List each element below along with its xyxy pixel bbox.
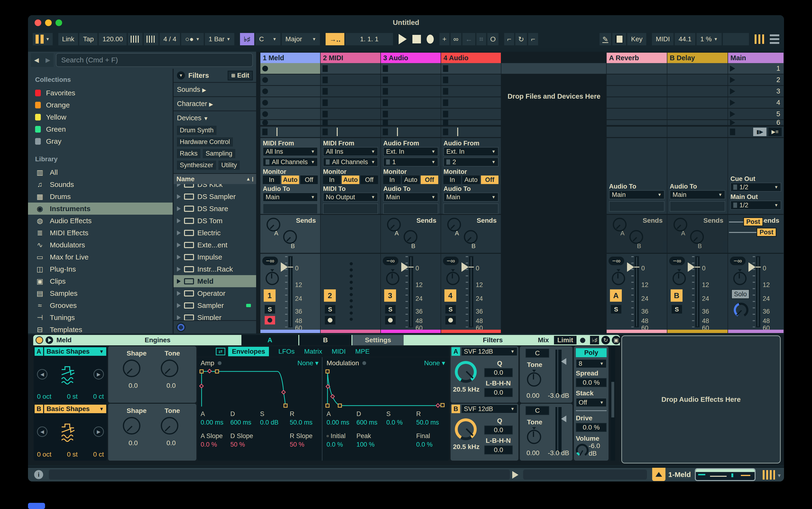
mod-envelope-graph[interactable] [325,369,447,408]
semitone-value[interactable]: 0 st [67,393,77,400]
shape-knob[interactable] [123,417,140,435]
track-header[interactable]: A Reverb [607,53,667,63]
expand-icon[interactable] [177,279,181,284]
stop-all-clips-row[interactable]: ▮▶ ▶≡ [728,127,783,137]
record-button[interactable] [427,35,434,44]
clip-slot[interactable] [607,63,667,74]
cue-out-menu[interactable]: 1/2▼ [731,183,781,192]
save-preset-icon[interactable]: ▣ [612,336,621,344]
clip-slot[interactable] [607,86,667,97]
library-item-drums[interactable]: ▦Drums [28,191,173,203]
engine-b-preset-menu[interactable]: Basic Shapes▼ [44,405,106,413]
clip-stop-row[interactable] [321,127,380,137]
arm-button[interactable] [264,316,275,325]
next-shape-button[interactable]: ▶ [94,427,104,437]
track-header[interactable]: 3 Audio [381,53,440,63]
scale-awareness-icon[interactable]: ♭♯ [590,336,599,344]
amp-attack[interactable]: 0.00 ms [201,419,230,426]
result-item-sampler[interactable]: Sampler [174,299,256,311]
send-b-post-toggle[interactable]: Post [756,228,776,237]
scene-slot[interactable]: 6 [728,120,783,125]
scene-play-icon[interactable] [730,120,735,126]
monitor-switch[interactable]: InAutoOff [323,175,378,184]
tempo-field[interactable]: 120.00 [99,33,127,45]
scale-mode-button[interactable]: ♭♯ [240,33,254,45]
library-item-modulators[interactable]: ∿Modulators [28,239,173,251]
pan-knob[interactable] [446,272,460,285]
amp-attack-slope[interactable]: 0.0 % [201,441,230,448]
scene-play-icon[interactable] [730,100,735,106]
output-type-menu[interactable]: Main▼ [609,190,665,199]
send-a-post-toggle[interactable]: Post [743,217,763,226]
volume-fader[interactable] [756,256,760,327]
clip-slot[interactable] [321,86,380,97]
volume-fader[interactable] [695,256,700,327]
back-icon[interactable]: ◀ [34,57,39,64]
scene-play-icon[interactable] [730,77,735,83]
clip-slot[interactable] [381,97,440,108]
library-item-grooves[interactable]: ≈Grooves [28,299,173,311]
capture-midi-button[interactable]: ∞ [451,33,461,45]
clip-slot[interactable] [441,86,501,97]
device-filter-tag[interactable]: Sampling [203,149,235,158]
mix-a-tone-value[interactable]: 0.00 [527,392,539,399]
env-swap-icon[interactable]: ⇄ [216,348,225,355]
main-out-menu[interactable]: 1/2▼ [731,201,781,210]
mix-b-c-button[interactable]: C [526,406,549,415]
clip-slot[interactable] [441,120,501,125]
filter-a-q-field[interactable]: 0.0 [484,368,513,377]
device-filter-tag[interactable]: Racks [177,149,200,158]
tab-lfos[interactable]: LFOs [278,348,294,355]
device-chain-tab[interactable]: 1-Meld [668,471,691,479]
clip-slot[interactable] [381,86,440,97]
mix-a-level-value[interactable]: -3.0 dB [548,392,569,399]
track-activator[interactable]: 4 [445,290,456,302]
tab-matrix[interactable]: Matrix [304,348,322,355]
engine-a-preset-menu[interactable]: Basic Shapes▼ [44,347,106,356]
expand-icon[interactable] [177,206,181,211]
clip-slot[interactable] [381,63,440,74]
clip-slot[interactable] [381,120,440,125]
output-type-menu[interactable]: Main▼ [670,190,725,199]
randomize-icon[interactable]: ↻ [601,336,610,344]
return-activator[interactable]: B [671,290,682,302]
link-button[interactable]: Link [58,33,78,45]
midi-map-button[interactable]: MIDI [652,33,673,45]
prev-shape-button[interactable]: ◀ [37,369,47,379]
engine-b-badge[interactable]: B [35,405,43,413]
cpu-meter[interactable]: 1 %▼ [697,33,721,45]
filter-group-character[interactable]: Character ▶ [174,96,256,110]
send-b-knob[interactable] [403,230,417,244]
collection-item[interactable]: Yellow [28,111,173,123]
volume-value[interactable]: -6.0 dB [589,442,608,457]
cent-value[interactable]: 0 ct [93,393,104,400]
tab-engine-b[interactable]: B [299,335,351,345]
tap-tempo-button[interactable]: Tap [79,33,98,45]
tone-knob[interactable] [161,360,178,377]
octave-value[interactable]: 0 oct [37,393,51,400]
clip-slot[interactable] [667,97,728,108]
clip-slot[interactable] [667,120,728,125]
collection-item[interactable]: Gray [28,135,173,147]
clip-slot[interactable] [441,74,501,85]
output-type-menu[interactable]: Main▼ [263,193,318,202]
show-hide-device-view-button[interactable] [652,468,665,481]
clip-slot[interactable] [667,109,728,119]
filter-group-devices[interactable]: Devices ▼ [174,110,256,125]
amp-decay[interactable]: 600 ms [230,419,260,426]
expand-icon[interactable] [177,291,181,296]
clip-stop-row[interactable] [381,127,440,137]
arm-button[interactable] [325,316,335,325]
filter-group-sounds[interactable]: Sounds ▶ [174,82,256,96]
monitor-switch[interactable]: InAutoOff [383,175,438,184]
clip-slot-column[interactable] [381,63,440,126]
amp-envelope-graph[interactable] [199,369,321,408]
output-type-menu[interactable]: Main▼ [383,193,438,202]
monitor-switch[interactable]: InAutoOff [263,175,318,184]
mix-b-level-slider[interactable] [555,407,562,452]
filter-b-type-menu[interactable]: SVF 12dB▼ [461,404,518,413]
library-item-max-for-live[interactable]: ▭Max for Live [28,251,173,263]
result-item-simpler[interactable]: Simpler [174,311,256,320]
device-filter-tag[interactable]: Hardware Control [177,137,233,146]
result-item-ds-tom[interactable]: DS Tom [174,215,256,227]
